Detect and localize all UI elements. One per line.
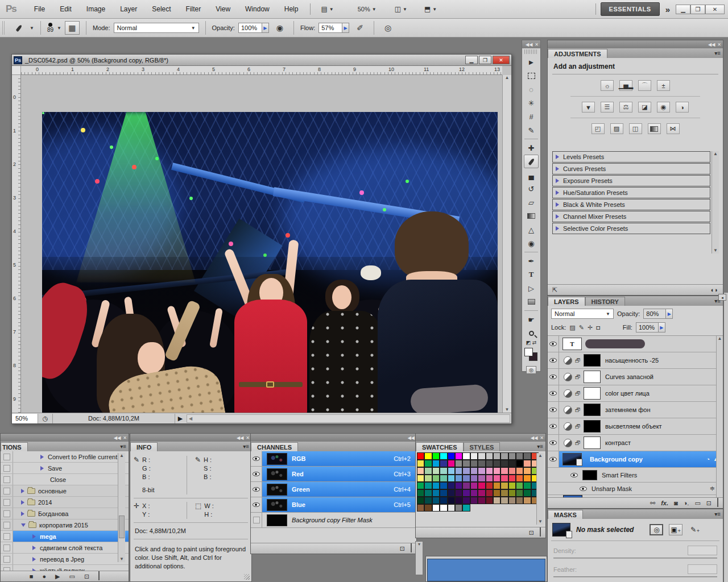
color-swatch[interactable]: [493, 482, 500, 489]
color-swatch[interactable]: [486, 475, 493, 482]
preset-exposure[interactable]: Exposure Presets: [552, 175, 710, 186]
color-swatch[interactable]: [417, 497, 424, 504]
color-chips[interactable]: [524, 348, 538, 361]
color-swatch[interactable]: [508, 497, 516, 504]
color-swatch[interactable]: [455, 467, 462, 475]
action-item[interactable]: сдвигаем слой текста: [1, 542, 129, 554]
tab-info[interactable]: INFO: [130, 442, 158, 451]
collapsed-dock-strip[interactable]: [723, 293, 728, 582]
visibility-toggle[interactable]: [548, 336, 559, 352]
color-swatch[interactable]: [455, 497, 462, 504]
preset-levels[interactable]: Levels Presets: [552, 151, 710, 163]
channel-blue[interactable]: Blue Ctrl+5: [251, 497, 416, 513]
color-swatch[interactable]: [486, 482, 493, 489]
tab-adjustments[interactable]: ADJUSTMENTS: [548, 49, 607, 58]
color-swatch[interactable]: [508, 482, 516, 489]
color-swatch[interactable]: [448, 489, 455, 497]
color-swatch[interactable]: [448, 475, 455, 482]
color-swatch[interactable]: [424, 504, 432, 512]
expand-arrow-icon[interactable]: [32, 546, 36, 550]
action-item-selected[interactable]: mega: [1, 531, 129, 542]
color-swatch[interactable]: [516, 475, 523, 482]
color-swatch[interactable]: [523, 460, 531, 467]
posterize-icon[interactable]: ▨: [610, 123, 623, 134]
color-swatch[interactable]: [493, 497, 500, 504]
layer-row[interactable]: 🗗 контраст: [548, 435, 723, 451]
vibrance-icon[interactable]: ▼: [582, 102, 595, 113]
color-swatch[interactable]: [417, 467, 424, 475]
dock-header[interactable]: ◀◀✕: [548, 40, 723, 48]
color-swatch[interactable]: [455, 452, 462, 460]
workspace-overflow-button[interactable]: »: [665, 5, 670, 14]
blur-tool[interactable]: △: [524, 223, 539, 236]
color-swatch[interactable]: [448, 460, 455, 467]
action-checkbox[interactable]: [3, 454, 10, 460]
color-swatch[interactable]: [448, 482, 455, 489]
color-swatch[interactable]: [440, 467, 447, 475]
expand-arrow-icon[interactable]: [40, 466, 44, 471]
exposure-icon[interactable]: ±: [657, 80, 670, 91]
channel-filter-mask[interactable]: Background copy Filter Mask: [251, 513, 416, 528]
brush-tool[interactable]: [524, 155, 539, 168]
color-swatch[interactable]: [470, 460, 478, 467]
collapse-icon[interactable]: ◀◀: [237, 435, 243, 440]
brush-size-picker[interactable]: 89: [47, 23, 53, 33]
color-swatch[interactable]: [440, 489, 447, 497]
brightness-contrast-icon[interactable]: ☼: [601, 80, 614, 91]
visibility-toggle[interactable]: [251, 451, 262, 466]
smart-filters-row[interactable]: Smart Filters: [548, 468, 723, 483]
magic-wand-tool[interactable]: ✳: [524, 96, 539, 110]
color-swatch[interactable]: [486, 452, 493, 460]
blend-mode-dropdown[interactable]: Normal▼: [114, 23, 199, 33]
close-icon[interactable]: ✕: [535, 42, 539, 47]
move-tool[interactable]: ►: [524, 55, 539, 69]
color-swatch[interactable]: [462, 482, 470, 489]
color-swatch[interactable]: [486, 489, 493, 497]
play-icon[interactable]: ▶: [55, 573, 60, 580]
color-swatch[interactable]: [440, 460, 447, 467]
channel-red[interactable]: Red Ctrl+3: [251, 467, 416, 482]
color-swatch[interactable]: [516, 497, 523, 504]
delete-layer-icon[interactable]: [717, 500, 718, 506]
color-swatch[interactable]: [486, 467, 493, 475]
color-swatch[interactable]: [424, 460, 432, 467]
crop-tool[interactable]: #: [524, 110, 539, 123]
color-swatch[interactable]: [478, 475, 485, 482]
color-swatch[interactable]: [448, 497, 455, 504]
color-swatch[interactable]: [500, 489, 508, 497]
brush-preset-button[interactable]: [11, 21, 26, 35]
add-pen-mask-button[interactable]: ✎₊: [688, 524, 702, 535]
airbrush-button[interactable]: ✐: [353, 21, 367, 35]
swatches-scrollbar[interactable]: ▲▼: [536, 453, 544, 525]
channel-rgb[interactable]: RGB Ctrl+2: [251, 451, 416, 467]
threshold-icon[interactable]: ◫: [629, 123, 642, 134]
status-flyout-arrow[interactable]: ▶: [175, 415, 185, 422]
preset-channel-mixer[interactable]: Channel Mixer Presets: [552, 211, 710, 222]
layer-opacity-field[interactable]: 80%: [643, 309, 666, 319]
color-swatch[interactable]: [440, 475, 447, 482]
preset-selective-color[interactable]: Selective Color Presets: [552, 223, 710, 234]
action-checkbox[interactable]: [3, 499, 10, 506]
expand-arrow-icon[interactable]: [556, 178, 559, 183]
layer-row-text[interactable]: T: [548, 336, 723, 352]
expand-arrow-icon[interactable]: [21, 489, 24, 493]
color-swatch[interactable]: [523, 467, 531, 475]
menu-edit[interactable]: Edit: [52, 0, 79, 19]
action-checkbox[interactable]: [3, 476, 10, 483]
color-swatch[interactable]: [432, 482, 440, 489]
menu-help[interactable]: Help: [277, 0, 306, 19]
tools-panel-header[interactable]: ◀◀✕: [522, 40, 540, 48]
expand-arrow-icon[interactable]: [556, 202, 559, 207]
doc-restore-button[interactable]: ❐: [479, 56, 491, 64]
layer-mask-thumbnail[interactable]: [584, 371, 601, 383]
record-icon[interactable]: ●: [42, 573, 46, 580]
collapse-icon[interactable]: ◀◀: [531, 435, 537, 440]
panel-header[interactable]: ◀◀✕: [416, 434, 545, 442]
color-swatch[interactable]: [500, 467, 508, 475]
new-channel-icon[interactable]: ⊡: [400, 545, 405, 552]
visibility-toggle[interactable]: [251, 513, 262, 527]
channel-green[interactable]: Green Ctrl+4: [251, 482, 416, 497]
color-swatch[interactable]: [470, 467, 478, 475]
action-item[interactable]: перевод в Jpeg: [1, 554, 129, 565]
expand-arrow-icon[interactable]: [32, 534, 36, 539]
